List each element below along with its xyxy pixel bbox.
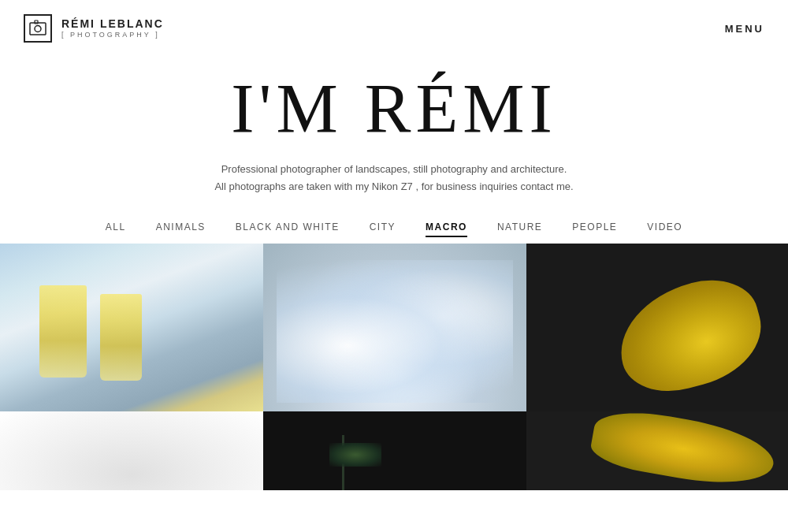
svg-rect-0 [30,23,46,35]
gallery-item-frost[interactable] [263,244,526,411]
logo-area[interactable]: RÉMI LEBLANC [ PHOTOGRAPHY ] [24,14,164,43]
hero-title: I'M RÉMI [0,73,788,145]
filter-all[interactable]: ALL [106,221,126,236]
svg-point-1 [35,26,41,32]
filter-people[interactable]: PEOPLE [572,221,617,236]
filter-nature[interactable]: NATURE [497,221,542,236]
logo-name: RÉMI LEBLANC [61,17,164,31]
hero-section: I'M RÉMI Professional photographer of la… [0,57,788,204]
filter-nav: ALL ANIMALS BLACK AND WHITE CITY MACRO N… [0,221,788,244]
filter-blackwhite[interactable]: BLACK AND WHITE [236,221,340,236]
gallery-item-champagne[interactable] [0,244,263,411]
hero-description: Professional photographer of landscapes,… [0,161,788,195]
menu-button[interactable]: MENU [725,23,764,35]
logo-icon [24,14,52,43]
gallery-item-yellow2[interactable] [526,411,788,490]
filter-video[interactable]: VIDEO [647,221,682,236]
hero-desc-line1: Professional photographer of landscapes,… [221,163,567,175]
filter-animals[interactable]: ANIMALS [156,221,206,236]
site-header: RÉMI LEBLANC [ PHOTOGRAPHY ] MENU [0,0,788,57]
filter-macro[interactable]: MACRO [426,221,467,236]
gallery-grid [0,244,788,490]
gallery-item-dark-yellow[interactable] [526,244,788,411]
logo-subtitle: [ PHOTOGRAPHY ] [61,31,164,39]
hero-desc-line2: All photographs are taken with my Nikon … [214,180,573,192]
filter-city[interactable]: CITY [370,221,396,236]
logo-text: RÉMI LEBLANC [ PHOTOGRAPHY ] [61,17,164,39]
gallery-item-white[interactable] [0,411,263,490]
gallery-item-plant[interactable] [263,411,526,490]
